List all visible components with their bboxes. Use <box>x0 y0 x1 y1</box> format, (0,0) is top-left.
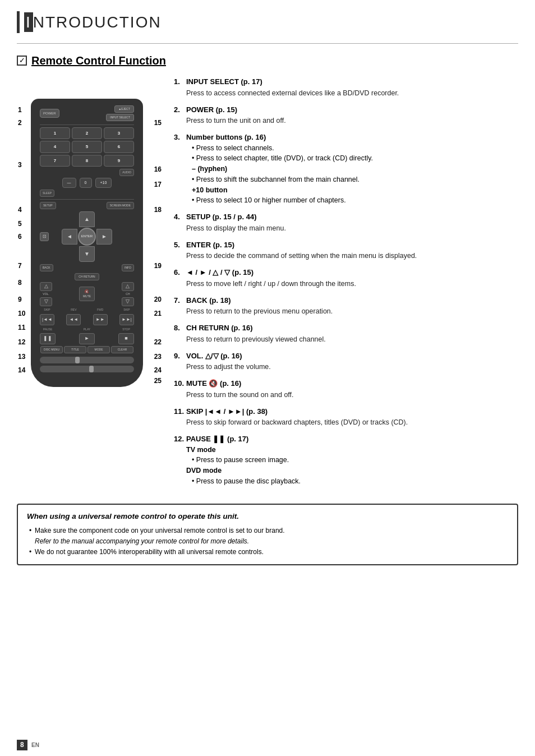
label-20: 20 <box>154 295 162 305</box>
desc-item-5: 5. ENTER (p. 15) Press to decide the com… <box>174 239 518 262</box>
audio-button[interactable]: AUDIO <box>119 169 134 176</box>
page-number: 8 EN <box>17 740 39 750</box>
label-16: 16 <box>154 165 162 174</box>
mute-button[interactable]: 🔇MUTE <box>79 287 95 302</box>
desc-title-3: Number buttons (p. 16) <box>186 133 266 141</box>
desc-item-10: 10. MUTE 🔇 (p. 16) Press to turn the sou… <box>174 378 518 400</box>
num-5[interactable]: 5 <box>72 141 102 153</box>
num-bottom: — 0 +10 <box>40 178 134 188</box>
desc-body-2: Press to turn the unit on and off. <box>186 117 286 125</box>
fwd-button[interactable]: ►► <box>93 314 108 325</box>
desc-item-12: 12. PAUSE ❚❚ (p. 17) TV mode Press to pa… <box>174 434 518 487</box>
label-14: 14 <box>18 366 25 375</box>
power-button[interactable]: POWER <box>40 109 59 118</box>
main-content: 1 2 3 4 5 6 7 8 9 10 11 12 13 14 15 16 1… <box>17 76 518 492</box>
dpad-right[interactable]: ► <box>96 229 112 245</box>
checkbox-icon: ✓ <box>17 56 27 66</box>
num-9[interactable]: 9 <box>104 155 134 167</box>
play-text-label: PLAY <box>79 328 95 331</box>
desc-content-1: INPUT SELECT (p. 17) Press to access con… <box>186 76 518 99</box>
rev-label: REV <box>66 308 81 312</box>
back-button[interactable]: BACK <box>40 264 53 271</box>
num-hyphen[interactable]: — <box>62 178 76 188</box>
ch-up-button[interactable]: △ <box>122 282 134 291</box>
bottom-menu-row: DISC MENU TITLE MODE CLEAR <box>40 346 134 353</box>
num-0[interactable]: 0 <box>80 178 92 188</box>
slider-2-handle <box>89 366 94 372</box>
skip-fwd-button[interactable]: ►►| <box>119 314 134 325</box>
play-row: ❚❚ ► ■ <box>40 333 134 344</box>
ch-return-row: CH RETURN <box>40 273 134 280</box>
num-3[interactable]: 3 <box>104 127 134 139</box>
title-button[interactable]: TITLE <box>64 346 86 353</box>
slider-1[interactable] <box>40 357 134 363</box>
clear-button[interactable]: CLEAR <box>111 346 133 353</box>
desc-num-12: 12. <box>174 434 186 487</box>
screen-mode-button[interactable]: SCREEN MODE <box>107 202 134 209</box>
num-2[interactable]: 2 <box>72 127 102 139</box>
desc-body-7: Press to return to the previous menu ope… <box>186 307 333 315</box>
desc-body-11: Press to skip forward or backward chapte… <box>186 418 408 426</box>
dpad-left[interactable]: ◄ <box>62 229 77 245</box>
desc-title-1: INPUT SELECT (p. 17) <box>186 77 262 86</box>
desc-title-10: MUTE 🔇 (p. 16) <box>186 379 241 388</box>
desc-content-2: POWER (p. 15) Press to turn the unit on … <box>186 104 518 127</box>
desc-content-6: ◄ / ► / △ / ▽ (p. 15) Press to move left… <box>186 267 518 289</box>
skip-back-button[interactable]: |◄◄ <box>40 314 54 325</box>
dpad-up[interactable]: ▲ <box>79 211 95 227</box>
slider-2[interactable] <box>40 366 134 372</box>
desc-num-10: 10. <box>174 378 186 400</box>
num-plus10[interactable]: +10 <box>95 178 112 188</box>
section-title: ✓ Remote Control Function <box>17 53 518 68</box>
rev-button[interactable]: ◄◄ <box>66 314 81 325</box>
desc-content-11: SKIP |◄◄ / ►►| (p. 38) Press to skip for… <box>186 406 518 428</box>
footer-note: When using a universal remote control to… <box>17 504 518 565</box>
mode-button[interactable]: MODE <box>87 346 110 353</box>
play-button[interactable]: ► <box>79 333 95 344</box>
num-4[interactable]: 4 <box>40 141 70 153</box>
label-17: 17 <box>154 180 162 190</box>
ch-down-button[interactable]: ▽ <box>122 297 134 306</box>
pause-button[interactable]: ❚❚ <box>40 333 56 344</box>
desc-num-5: 5. <box>174 239 186 262</box>
desc-num-2: 2. <box>174 104 186 127</box>
desc-num-11: 11. <box>174 406 186 428</box>
desc-num-8: 8. <box>174 322 186 345</box>
pic-mode-button[interactable]: ⊡ <box>40 232 49 241</box>
desc-content-7: BACK (p. 18) Press to return to the prev… <box>186 295 518 317</box>
dpad-down[interactable]: ▼ <box>79 246 95 262</box>
vol-up-button[interactable]: △ <box>40 282 52 291</box>
desc-sub-12-2: Press to pause the disc playback. <box>186 476 518 487</box>
setup-button[interactable]: SETUP <box>40 202 56 209</box>
desc-content-12: PAUSE ❚❚ (p. 17) TV mode Press to pause … <box>186 434 518 487</box>
num-8[interactable]: 8 <box>72 155 102 167</box>
slider-section <box>40 357 134 372</box>
label-22: 22 <box>154 338 162 347</box>
desc-sub-3-1: Press to select channels. <box>186 143 518 154</box>
desc-title-8: CH RETURN (p. 16) <box>186 324 252 332</box>
separator-2 <box>40 199 134 200</box>
vol-down-button[interactable]: ▽ <box>40 297 52 306</box>
label-2: 2 <box>18 118 22 128</box>
info-button[interactable]: INFO <box>122 264 134 271</box>
num-1[interactable]: 1 <box>40 127 70 139</box>
eject-button[interactable]: ▲EJECT <box>114 105 134 113</box>
ch-return-button[interactable]: CH RETURN <box>75 273 99 280</box>
stop-button[interactable]: ■ <box>118 333 134 344</box>
desc-item-4: 4. SETUP (p. 15 / p. 44) Press to displa… <box>174 211 518 234</box>
disc-menu-button[interactable]: DISC MENU <box>40 346 63 353</box>
input-button[interactable]: INPUT SELECT <box>106 114 134 121</box>
vol-mute-ch-row: △ VOL. ▽ 🔇MUTE △ CH ▽ <box>40 282 134 306</box>
num-7[interactable]: 7 <box>40 155 70 167</box>
num-6[interactable]: 6 <box>104 141 134 153</box>
desc-item-9: 9. VOL. △/▽ (p. 16) Press to adjust the … <box>174 351 518 373</box>
desc-body-4: Press to display the main menu. <box>186 224 286 232</box>
footer-note-body: Make sure the component code on your uni… <box>27 525 508 558</box>
sleep-button[interactable]: SLEEP <box>40 190 54 197</box>
vol-label: VOL. <box>43 292 49 296</box>
ch-block: △ CH ▽ <box>122 282 134 306</box>
separator-1 <box>40 125 134 125</box>
skip-label-right: SKIP <box>119 308 134 312</box>
desc-content-10: MUTE 🔇 (p. 16) Press to turn the sound o… <box>186 378 518 400</box>
enter-button[interactable]: ENTER <box>78 228 96 246</box>
